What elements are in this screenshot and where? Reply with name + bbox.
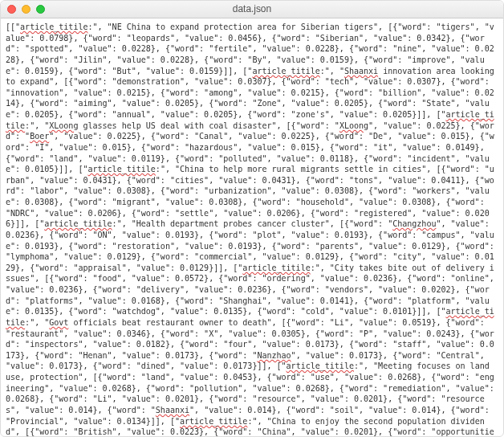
text-content[interactable]: [["article_titile:", "NE China to expand… (1, 18, 503, 436)
window-title: data.json (1, 2, 503, 15)
window-titlebar: data.json (1, 1, 503, 18)
